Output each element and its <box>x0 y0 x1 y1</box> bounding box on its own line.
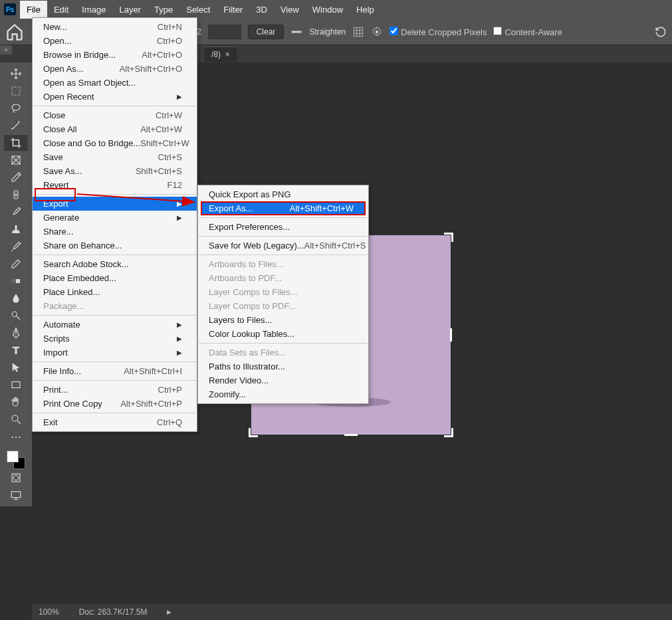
file-menu-item[interactable]: Share on Behance... <box>33 239 197 253</box>
document-tab[interactable]: /8) × <box>205 47 237 62</box>
type-tool[interactable] <box>4 342 28 358</box>
export-menu-item[interactable]: Export As...Alt+Shift+Ctrl+W <box>201 201 366 215</box>
file-menu-item[interactable]: Close AllAlt+Ctrl+W <box>33 122 197 136</box>
document-size[interactable]: Doc: 263.7K/17.5M <box>79 607 148 617</box>
export-menu-item[interactable]: Save for Web (Legacy)...Alt+Shift+Ctrl+S <box>198 239 368 253</box>
crop-handle-bottom-left[interactable] <box>249 424 262 437</box>
export-menu-item[interactable]: Layers to Files... <box>198 313 368 327</box>
quick-mask-toggle[interactable] <box>4 470 28 486</box>
content-aware-checkbox[interactable]: Content-Aware <box>493 27 562 37</box>
file-menu-item[interactable]: Export▶ <box>33 197 197 211</box>
crop-handle-bottom[interactable] <box>344 434 358 436</box>
shortcut-label: Alt+Shift+Ctrl+W <box>290 203 354 213</box>
clone-stamp-tool[interactable] <box>4 221 28 237</box>
menu-image[interactable]: Image <box>75 1 112 19</box>
rectangle-tool[interactable] <box>4 377 28 393</box>
file-menu-item[interactable]: Place Linked... <box>33 285 197 299</box>
file-menu-item[interactable]: CloseCtrl+W <box>33 108 197 122</box>
file-menu-item[interactable]: Place Embedded... <box>33 271 197 285</box>
color-swatches[interactable] <box>7 451 25 469</box>
file-menu-separator <box>33 194 196 195</box>
menu-select[interactable]: Select <box>179 1 217 19</box>
clear-button[interactable]: Clear <box>248 25 284 39</box>
file-menu-item[interactable]: Open Recent▶ <box>33 90 197 104</box>
menu-window[interactable]: Window <box>306 1 350 19</box>
file-menu-item[interactable]: RevertF12 <box>33 178 197 192</box>
lasso-tool[interactable] <box>4 100 28 116</box>
delete-cropped-checkbox[interactable]: Delete Cropped Pixels <box>390 27 487 37</box>
file-menu-item[interactable]: Search Adobe Stock... <box>33 257 197 271</box>
file-menu-item[interactable]: Save As...Shift+Ctrl+S <box>33 164 197 178</box>
file-menu-item[interactable]: Automate▶ <box>33 318 197 332</box>
zoom-level[interactable]: 100% <box>39 607 59 617</box>
brush-tool[interactable] <box>4 204 28 220</box>
file-menu-item-label: Place Embedded... <box>43 273 116 283</box>
export-menu-item-label: Layer Comps to Files... <box>209 287 298 297</box>
value-input[interactable] <box>208 25 241 39</box>
menu-help[interactable]: Help <box>350 1 381 19</box>
menu-3d[interactable]: 3D <box>249 1 274 19</box>
history-brush-tool[interactable] <box>4 239 28 255</box>
file-menu-item[interactable]: Share... <box>33 225 197 239</box>
file-menu-item[interactable]: Open As...Alt+Shift+Ctrl+O <box>33 62 197 76</box>
hand-tool[interactable] <box>4 394 28 410</box>
magic-wand-tool[interactable] <box>4 118 28 134</box>
export-menu-item[interactable]: Paths to Illustrator... <box>198 360 368 373</box>
export-menu-item[interactable]: Color Lookup Tables... <box>198 327 368 341</box>
menu-file[interactable]: File <box>20 1 47 19</box>
file-menu-item[interactable]: Close and Go to Bridge...Shift+Ctrl+W <box>33 136 197 150</box>
export-submenu: Quick Export as PNGExport As...Alt+Shift… <box>197 185 369 404</box>
export-menu-item[interactable]: Export Preferences... <box>198 220 368 234</box>
file-menu-item[interactable]: File Info...Alt+Shift+Ctrl+I <box>33 364 197 378</box>
gear-icon[interactable] <box>371 26 383 38</box>
healing-brush-tool[interactable] <box>4 187 28 203</box>
straighten-icon[interactable] <box>290 26 302 38</box>
svg-rect-1 <box>354 27 363 37</box>
export-menu-item-label: Save for Web (Legacy)... <box>209 241 304 251</box>
menu-layer[interactable]: Layer <box>113 1 148 19</box>
marquee-tool[interactable] <box>4 83 28 99</box>
home-icon[interactable] <box>5 23 24 41</box>
status-arrow-icon[interactable]: ▶ <box>167 609 171 615</box>
eraser-tool[interactable] <box>4 256 28 272</box>
file-menu-item[interactable]: Browse in Bridge...Alt+Ctrl+O <box>33 48 197 62</box>
file-menu-item[interactable]: Print One CopyAlt+Shift+Ctrl+P <box>33 397 197 411</box>
menu-type[interactable]: Type <box>148 1 179 19</box>
edit-toolbar[interactable]: ⋯ <box>4 429 28 445</box>
screen-mode-toggle[interactable] <box>4 487 28 503</box>
reset-icon[interactable] <box>655 26 667 38</box>
file-menu-item[interactable]: Scripts▶ <box>33 332 197 346</box>
menu-edit[interactable]: Edit <box>47 1 75 19</box>
dodge-tool[interactable] <box>4 308 28 324</box>
crop-handle-bottom-right[interactable] <box>440 424 453 437</box>
gradient-tool[interactable] <box>4 273 28 289</box>
eyedropper-tool[interactable] <box>4 169 28 185</box>
file-menu-item[interactable]: Generate▶ <box>33 211 197 225</box>
export-menu-item[interactable]: Quick Export as PNG <box>198 187 368 201</box>
file-menu-item[interactable]: Print...Ctrl+P <box>33 383 197 397</box>
menu-filter[interactable]: Filter <box>217 1 249 19</box>
crop-handle-top-right[interactable] <box>440 233 453 246</box>
zoom-tool[interactable] <box>4 411 28 427</box>
frame-tool[interactable] <box>4 152 28 168</box>
file-menu-item[interactable]: ExitCtrl+Q <box>33 415 197 429</box>
crop-handle-right[interactable] <box>450 328 452 342</box>
panel-expander[interactable]: » <box>0 45 12 54</box>
pen-tool[interactable] <box>4 325 28 341</box>
shortcut-label: Alt+Shift+Ctrl+I <box>124 366 182 376</box>
menu-view[interactable]: View <box>274 1 306 19</box>
export-menu-item[interactable]: Render Video... <box>198 373 368 387</box>
crop-tool[interactable] <box>4 135 28 151</box>
file-menu-item[interactable]: SaveCtrl+S <box>33 150 197 164</box>
grid-icon[interactable] <box>352 26 364 38</box>
blur-tool[interactable] <box>4 290 28 306</box>
file-menu-item[interactable]: Open as Smart Object... <box>33 76 197 90</box>
file-menu-item[interactable]: Import▶ <box>33 346 197 360</box>
foreground-color-swatch[interactable] <box>7 451 19 463</box>
path-selection-tool[interactable] <box>4 360 28 375</box>
file-menu-item[interactable]: Open...Ctrl+O <box>33 34 197 48</box>
move-tool[interactable] <box>4 66 28 82</box>
export-menu-item[interactable]: Zoomify... <box>198 387 368 401</box>
file-menu-item[interactable]: New...Ctrl+N <box>33 20 197 34</box>
close-icon[interactable]: × <box>225 50 230 59</box>
